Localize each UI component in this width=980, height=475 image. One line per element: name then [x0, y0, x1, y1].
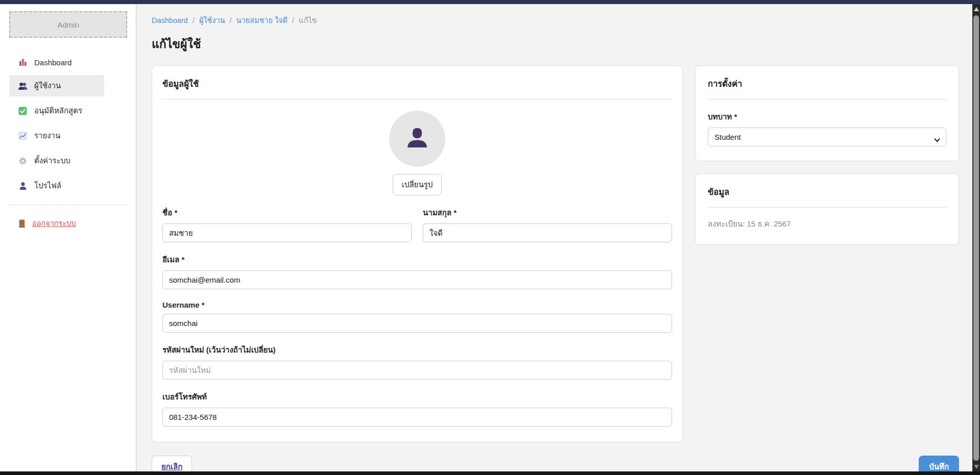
sidebar-item-system-settings[interactable]: ตั้งค่าระบบ [9, 150, 104, 171]
role-label: บทบาท * [708, 111, 946, 123]
card-title-divider [162, 99, 672, 99]
scrollbar-up-arrow-icon[interactable] [974, 7, 979, 11]
required-asterisk: * [181, 255, 184, 264]
sidebar-item-label: ตั้งค่าระบบ [34, 155, 70, 167]
email-group: อีเมล * [162, 254, 672, 289]
person-icon [18, 181, 28, 190]
window-scrollbar[interactable] [972, 4, 980, 471]
username-label: Username * [162, 301, 672, 309]
user-info-card: ข้อมูลผู้ใช้ เปลี่ยนร [152, 65, 683, 442]
card-title: ข้อมูล [708, 185, 946, 198]
required-asterisk: * [453, 208, 457, 217]
door-icon [18, 219, 26, 228]
scrollbar-down-arrow-icon[interactable] [974, 465, 979, 469]
card-title: การตั้งค่า [708, 77, 946, 90]
phone-field[interactable] [162, 408, 672, 427]
window-top-border [0, 0, 980, 4]
label-text: อีเมล [162, 255, 179, 264]
password-label: รหัสผ่านใหม่ (เว้นว่างถ้าไม่เปลี่ยน) [162, 344, 672, 356]
email-field[interactable] [162, 270, 672, 289]
page-title: แก้ไขผู้ใช้ [152, 35, 966, 53]
bar-chart-icon [18, 58, 28, 67]
required-asterisk: * [734, 112, 737, 121]
settings-card: การตั้งค่า บทบาท * Student [695, 65, 959, 161]
breadcrumb-separator: / [230, 16, 232, 24]
check-icon [18, 106, 28, 115]
last-name-group: นามสกุล * [423, 207, 672, 242]
sidebar-item-approve-courses[interactable]: อนุมัติหลักสูตร [9, 100, 104, 121]
role-select[interactable]: Student [708, 128, 946, 146]
sidebar-item-label: รายงาน [34, 130, 60, 142]
sidebar-item-reports[interactable]: รายงาน [9, 125, 104, 146]
breadcrumb-link-user-name[interactable]: นายสมชาย ใจดี [236, 14, 288, 26]
label-text: บทบาท [708, 112, 732, 121]
sidebar-item-profile[interactable]: โปรไฟล์ [9, 175, 104, 196]
content-row: ข้อมูลผู้ใช้ เปลี่ยนร [152, 65, 966, 442]
required-asterisk: * [202, 301, 205, 309]
logout-link[interactable]: ออกจากระบบ [0, 217, 136, 229]
card-title-divider [708, 207, 946, 208]
last-name-label: นามสกุล * [423, 207, 672, 219]
logout-label: ออกจากระบบ [32, 217, 76, 229]
name-row: ชื่อ * นามสกุล * [162, 195, 672, 242]
line-chart-icon [18, 131, 28, 140]
registered-date-text: ลงทะเบียน: 15 ธ.ค. 2567 [708, 218, 946, 230]
card-title: ข้อมูลผู้ใช้ [162, 77, 672, 90]
last-name-field[interactable] [423, 223, 672, 242]
phone-label: เบอร์โทรศัพท์ [162, 391, 672, 403]
scrollbar-thumb[interactable] [973, 15, 979, 461]
main-content: Dashboard / ผู้ใช้งาน / นายสมชาย ใจดี / … [136, 4, 980, 475]
label-text: รหัสผ่านใหม่ (เว้นว่างถ้าไม่เปลี่ยน) [162, 345, 276, 354]
email-label: อีเมล * [162, 254, 672, 266]
window-bottom-border [0, 471, 980, 475]
app-root: Admin Dashboard [0, 0, 980, 475]
breadcrumb-current: แก้ไข [299, 14, 317, 26]
required-asterisk: * [174, 208, 177, 217]
change-photo-button[interactable]: เปลี่ยนรูป [393, 174, 442, 195]
sidebar-item-dashboard[interactable]: Dashboard [9, 53, 104, 71]
gear-icon [18, 156, 28, 165]
sidebar: Admin Dashboard [0, 4, 136, 475]
username-field[interactable] [162, 314, 672, 333]
sidebar-item-label: Dashboard [34, 58, 71, 67]
breadcrumb-link-users[interactable]: ผู้ใช้งาน [199, 14, 225, 26]
label-text: ชื่อ [162, 208, 172, 217]
sidebar-item-label: อนุมัติหลักสูตร [34, 105, 82, 117]
first-name-group: ชื่อ * [162, 207, 412, 242]
sidebar-item-label: โปรไฟล์ [34, 180, 61, 192]
sidebar-divider [9, 205, 128, 205]
password-group: รหัสผ่านใหม่ (เว้นว่างถ้าไม่เปลี่ยน) [162, 344, 672, 380]
info-card: ข้อมูล ลงทะเบียน: 15 ธ.ค. 2567 [695, 173, 959, 245]
new-password-field[interactable] [162, 361, 672, 380]
first-name-field[interactable] [162, 223, 412, 242]
role-select-wrap: Student [708, 128, 946, 146]
label-text: นามสกุล [423, 208, 451, 217]
breadcrumb-link-dashboard[interactable]: Dashboard [152, 16, 188, 24]
label-text: Username [162, 301, 200, 309]
breadcrumb-separator: / [193, 16, 195, 24]
breadcrumb: Dashboard / ผู้ใช้งาน / นายสมชาย ใจดี / … [152, 14, 966, 26]
avatar [389, 111, 445, 167]
role-group: บทบาท * Student [708, 111, 946, 146]
person-silhouette-icon [403, 123, 432, 154]
sidebar-menu: Dashboard ผู้ใช้งาน [0, 53, 136, 196]
username-group: Username * [162, 301, 672, 333]
right-column: การตั้งค่า บทบาท * Student [695, 65, 959, 257]
photo-section: เปลี่ยนรูป [162, 111, 672, 195]
users-icon [18, 81, 28, 90]
first-name-label: ชื่อ * [162, 207, 412, 219]
phone-group: เบอร์โทรศัพท์ [162, 391, 672, 427]
card-title-divider [708, 99, 946, 99]
brand-logo: Admin [9, 11, 127, 38]
sidebar-item-label: ผู้ใช้งาน [34, 80, 61, 92]
sidebar-item-users[interactable]: ผู้ใช้งาน [9, 75, 104, 96]
breadcrumb-separator: / [292, 16, 294, 24]
label-text: เบอร์โทรศัพท์ [162, 392, 207, 401]
